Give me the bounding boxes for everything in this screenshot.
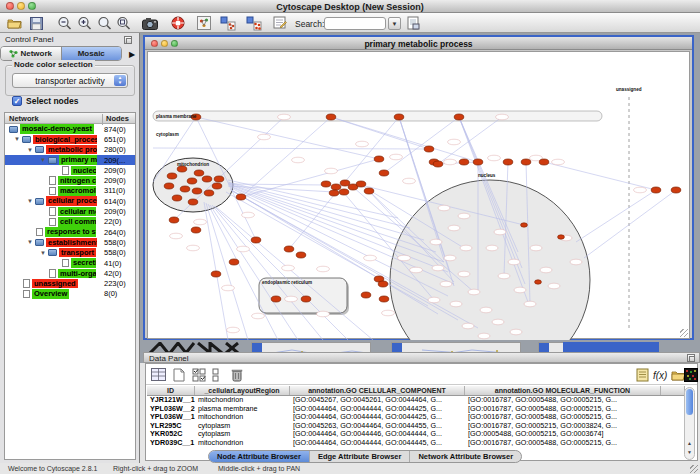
tab-overflow-arrow-icon[interactable]: ▶	[129, 50, 135, 59]
graph-node	[170, 233, 183, 239]
delete-attribute-icon[interactable]	[228, 366, 245, 383]
control-panel-title: Control Panel	[0, 33, 139, 46]
table-cell: [GO:0045263, GO:0044464, GO:0044455, G..…	[290, 422, 465, 431]
tab-network-attribute-browser[interactable]: Network Attribute Browser	[410, 451, 521, 462]
tree-row[interactable]: ▼cellular process614(0)	[5, 196, 135, 206]
tree-row[interactable]: unassigned223(0)	[5, 278, 135, 288]
tab-edge-attribute-browser[interactable]: Edge Attribute Browser	[310, 451, 410, 462]
tree-row[interactable]: Overview8(0)	[5, 289, 135, 299]
table-row[interactable]: YPL036W__2plasma membrane[GO:0044464, GO…	[147, 405, 685, 414]
table-scrollbar[interactable]: ▲▼	[684, 387, 695, 460]
search-dropdown-arrow-icon[interactable]: ▼	[388, 17, 401, 30]
tree-expand-icon[interactable]: ▼	[38, 250, 48, 256]
graph-edge	[216, 207, 373, 340]
zoom-out-icon[interactable]	[56, 15, 72, 31]
graph-node-selected	[188, 199, 198, 205]
tree-row[interactable]: mosaic-demo-yeast874(0)	[5, 124, 135, 134]
column-header[interactable]: _cellularLayoutRegion	[195, 386, 290, 395]
snapshot-camera-icon[interactable]	[142, 15, 158, 31]
tree-row[interactable]: cell communicat22(0)	[5, 217, 135, 227]
graph-node	[508, 259, 520, 265]
graph-node-selected	[459, 159, 469, 165]
tree-row-label: primary metabol	[59, 155, 97, 165]
search-input[interactable]	[324, 17, 386, 30]
tree-row[interactable]: macromolecule311(0)	[5, 186, 135, 196]
zoom-selected-icon[interactable]	[96, 15, 112, 31]
table-row[interactable]: YPL036W__1mitochondrion[GO:0044464, GO:0…	[147, 413, 685, 422]
column-header[interactable]: annotation.GO CELLULAR_COMPONENT	[290, 386, 465, 395]
graph-node-selected	[424, 146, 434, 152]
canvas-resize-grip[interactable]	[680, 329, 688, 337]
help-ring-icon[interactable]	[170, 15, 186, 31]
formula-icon[interactable]: f(x)	[651, 366, 668, 383]
tree-row[interactable]: nucleobase-co209(0)	[5, 165, 135, 175]
tree-row[interactable]: multi-organism pro42(0)	[5, 268, 135, 278]
table-row[interactable]: YJR121W__1mitochondrion[GO:0045267, GO:0…	[147, 396, 685, 405]
tree-row-label: multi-organism pro	[58, 269, 96, 279]
graph-node-selected	[236, 194, 246, 200]
table-row[interactable]: YKR052Ccytoplasm[GO:0044464, GO:0044446,…	[147, 430, 685, 439]
network-window-titlebar[interactable]: primary metabolic process	[145, 37, 692, 50]
column-header[interactable]	[661, 386, 685, 395]
table-cell: [GO:0016787, GO:0005215, GO:0003824, G..…	[465, 422, 661, 431]
save-session-icon[interactable]	[28, 15, 44, 31]
column-header[interactable]: annotation.GO MOLECULAR_FUNCTION	[465, 386, 661, 395]
tree-expand-icon[interactable]: ▼	[25, 147, 35, 153]
table-cell: plasma membrane	[195, 405, 290, 414]
tree-row-node-count: 311(0)	[104, 186, 125, 195]
graph-edge	[544, 162, 656, 190]
import-annotation-icon[interactable]	[405, 15, 421, 31]
folder-icon	[35, 239, 44, 246]
tree-expand-icon[interactable]: ▼	[25, 239, 35, 245]
tree-row-label: mosaic-demo-yeast	[20, 124, 94, 134]
zoom-in-icon[interactable]	[76, 15, 92, 31]
tree-expand-icon[interactable]: ▼	[38, 157, 48, 163]
tree-expand-icon[interactable]: ▼	[12, 136, 22, 142]
tree-expand-icon[interactable]: ▼	[25, 198, 35, 204]
tree-row[interactable]: ▼transport558(0)	[5, 248, 135, 258]
network-leaf-icon	[49, 187, 56, 196]
select-attributes-icon[interactable]	[190, 366, 207, 383]
graph-node	[403, 178, 416, 184]
attribute-table-icon[interactable]	[150, 366, 167, 383]
vizmapper-icon[interactable]	[196, 15, 212, 31]
zoom-fit-icon[interactable]	[115, 15, 131, 31]
new-attribute-icon[interactable]	[170, 366, 187, 383]
control-panel-float-icon[interactable]	[124, 36, 132, 44]
table-row[interactable]: YLR295Ccytoplasm[GO:0045263, GO:0044464,…	[147, 422, 685, 431]
tree-row-label: secretion	[71, 258, 96, 268]
tree-row[interactable]: response to stimulu264(0)	[5, 227, 135, 237]
tab-network[interactable]: Network	[1, 47, 62, 60]
graph-node-selected	[191, 227, 201, 233]
layout-nodes-icon[interactable]	[220, 15, 236, 31]
network-canvas[interactable]: plasma membranecytoplasmmitochondrionnuc…	[147, 51, 690, 339]
node-color-dropdown[interactable]: transporter activity ▲▼	[12, 73, 128, 88]
tree-row[interactable]: cellular metabol209(0)	[5, 206, 135, 216]
layout-nodes-2-icon[interactable]	[246, 15, 262, 31]
tree-row[interactable]: ▼metabolic process280(0)	[5, 145, 135, 155]
graph-node	[498, 273, 510, 279]
table-scrollbar-arrows-icon[interactable]: ▲▼	[685, 439, 694, 459]
data-panel-float-icon[interactable]	[687, 354, 695, 362]
tree-row[interactable]: ▼establishment of lo558(0)	[5, 237, 135, 247]
tree-row-node-count: 558(0)	[104, 248, 126, 257]
network-view-window[interactable]: primary metabolic process plasma membran…	[143, 35, 694, 340]
tree-row-node-count: 22(0)	[104, 217, 122, 226]
table-row[interactable]: YDR039C__1mitochondrion[GO:0044464, GO:0…	[147, 439, 685, 448]
annotation-page-icon[interactable]	[272, 15, 288, 31]
tree-row[interactable]: ▼biological_process651(0)	[5, 134, 135, 144]
tree-row[interactable]: ▼primary metabol209(...	[5, 155, 135, 165]
tab-node-attribute-browser[interactable]: Node Attribute Browser	[209, 451, 310, 462]
notes-icon[interactable]	[634, 366, 651, 383]
tree-row[interactable]: nitrogen compo209(0)	[5, 175, 135, 185]
matrix-icon[interactable]	[682, 366, 699, 383]
column-header[interactable]: ID	[147, 386, 195, 395]
status-bar: Welcome to Cytoscape 2.8.1 Right-click +…	[0, 463, 700, 474]
table-scrollbar-thumb[interactable]	[686, 389, 693, 415]
tab-mosaic[interactable]: Mosaic	[62, 47, 122, 60]
app-resize-grip[interactable]	[690, 465, 698, 473]
attribute-list-icon[interactable]	[208, 366, 225, 383]
open-file-icon[interactable]	[6, 15, 22, 31]
tree-row[interactable]: secretion41(0)	[5, 258, 135, 268]
select-nodes-checkbox[interactable]: ✓	[12, 96, 22, 106]
